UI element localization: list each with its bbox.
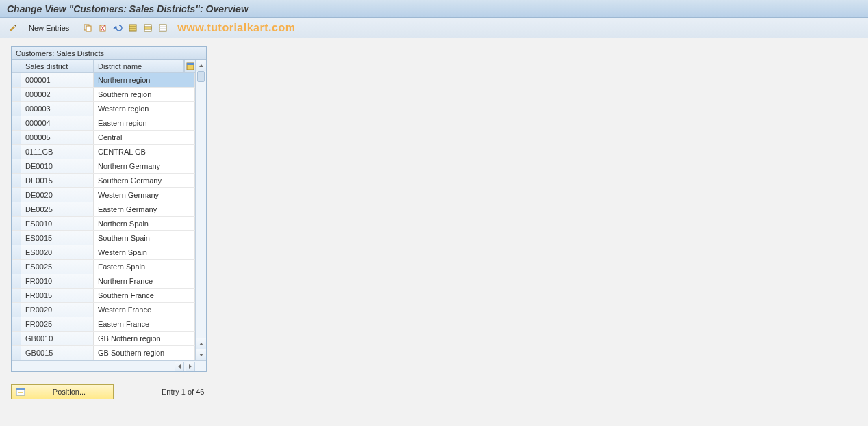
horizontal-scrollbar[interactable] [12,360,206,371]
select-all-icon[interactable] [127,22,139,34]
table-row[interactable]: 000004Eastern region [12,116,195,131]
cell-sales-district[interactable]: FR0015 [21,289,94,302]
cell-district-name[interactable]: CENTRAL GB [94,145,195,159]
row-selector[interactable] [12,159,21,173]
table-row[interactable]: FR0020Western France [12,303,195,317]
row-selector[interactable] [12,188,21,202]
deselect-all-icon[interactable] [157,22,169,34]
cell-district-name[interactable]: Southern Germany [94,174,195,187]
cell-district-name[interactable]: Eastern France [94,317,195,331]
table-row[interactable]: ES0025Eastern Spain [12,260,195,274]
row-selector-header[interactable] [12,60,21,72]
cell-sales-district[interactable]: DE0015 [21,174,94,187]
cell-district-name[interactable]: GB Nothern region [94,332,195,345]
cell-district-name[interactable]: Western Spain [94,245,195,259]
row-selector[interactable] [12,289,21,302]
table-settings-icon[interactable] [184,60,195,72]
cell-sales-district[interactable]: 000002 [21,88,94,101]
cell-district-name[interactable]: Western region [94,102,195,116]
scroll-left-icon[interactable] [175,362,184,371]
row-selector[interactable] [12,116,21,130]
scroll-up-icon[interactable] [196,60,206,71]
cell-sales-district[interactable]: ES0010 [21,217,94,230]
table-row[interactable]: ES0020Western Spain [12,245,195,260]
row-selector[interactable] [12,332,21,345]
cell-district-name[interactable]: Central [94,131,195,144]
undo-icon[interactable] [112,22,124,34]
cell-district-name[interactable]: Northern France [94,274,195,288]
table-row[interactable]: 0111GBCENTRAL GB [12,145,195,159]
cell-sales-district[interactable]: ES0025 [21,260,94,274]
cell-sales-district[interactable]: 000004 [21,116,94,130]
cell-sales-district[interactable]: GB0010 [21,332,94,345]
copy-icon[interactable] [81,22,94,34]
table-row[interactable]: 000005Central [12,131,195,145]
table-row[interactable]: DE0010Northern Germany [12,159,195,174]
cell-sales-district[interactable]: DE0020 [21,188,94,202]
row-selector[interactable] [12,145,21,159]
table-row[interactable]: 000002Southern region [12,88,195,102]
table-row[interactable]: FR0015Southern France [12,289,195,303]
vertical-scrollbar[interactable] [195,60,206,360]
cell-sales-district[interactable]: DE0010 [21,159,94,173]
cell-district-name[interactable]: Eastern Germany [94,202,195,216]
table-row[interactable]: DE0015Southern Germany [12,174,195,188]
cell-sales-district[interactable]: FR0025 [21,317,94,331]
cell-district-name[interactable]: Eastern region [94,116,195,130]
cell-district-name[interactable]: GB Southern region [94,346,195,360]
table-row[interactable]: FR0025Eastern France [12,317,195,332]
table-row[interactable]: 000003Western region [12,102,195,116]
row-selector[interactable] [12,174,21,187]
row-selector[interactable] [12,102,21,116]
cell-district-name[interactable]: Northern Germany [94,159,195,173]
table-row[interactable]: GB0015GB Southern region [12,346,195,360]
row-selector[interactable] [12,231,21,245]
cell-district-name[interactable]: Southern region [94,88,195,101]
scroll-right-icon[interactable] [186,362,195,371]
cell-sales-district[interactable]: DE0025 [21,202,94,216]
column-header-name[interactable]: District name [94,60,184,72]
row-selector[interactable] [12,260,21,274]
row-selector[interactable] [12,73,21,87]
table-row[interactable]: GB0010GB Nothern region [12,332,195,346]
scroll-up2-icon[interactable] [196,338,206,349]
scroll-thumb[interactable] [197,71,205,82]
new-entries-button[interactable]: New Entries [25,23,73,34]
row-selector[interactable] [12,88,21,101]
cell-sales-district[interactable]: 000005 [21,131,94,144]
table-row[interactable]: 000001Northern region [12,73,195,88]
cell-district-name[interactable]: Eastern Spain [94,260,195,274]
delete-icon[interactable] [97,22,109,34]
cell-district-name[interactable]: Western Germany [94,188,195,202]
position-button[interactable]: Position... [11,384,114,399]
row-selector[interactable] [12,217,21,230]
cell-sales-district[interactable]: 000001 [21,73,94,87]
table-row[interactable]: DE0025Eastern Germany [12,202,195,217]
row-selector[interactable] [12,202,21,216]
pencil-icon[interactable] [7,22,19,34]
cell-district-name[interactable]: Northern region [94,73,195,87]
table-row[interactable]: DE0020Western Germany [12,188,195,202]
cell-sales-district[interactable]: ES0015 [21,231,94,245]
column-header-code[interactable]: Sales district [21,60,94,72]
cell-sales-district[interactable]: ES0020 [21,245,94,259]
select-block-icon[interactable] [142,22,154,34]
table-row[interactable]: ES0010Northern Spain [12,217,195,231]
cell-sales-district[interactable]: 0111GB [21,145,94,159]
row-selector[interactable] [12,346,21,360]
scroll-down-icon[interactable] [196,349,206,360]
row-selector[interactable] [12,131,21,144]
scroll-track[interactable] [196,71,206,360]
table-row[interactable]: ES0015Southern Spain [12,231,195,245]
row-selector[interactable] [12,274,21,288]
cell-district-name[interactable]: Western France [94,303,195,317]
cell-sales-district[interactable]: FR0020 [21,303,94,317]
cell-district-name[interactable]: Northern Spain [94,217,195,230]
cell-sales-district[interactable]: FR0010 [21,274,94,288]
row-selector[interactable] [12,303,21,317]
table-row[interactable]: FR0010Northern France [12,274,195,289]
row-selector[interactable] [12,317,21,331]
cell-sales-district[interactable]: 000003 [21,102,94,116]
cell-district-name[interactable]: Southern France [94,289,195,302]
cell-sales-district[interactable]: GB0015 [21,346,94,360]
